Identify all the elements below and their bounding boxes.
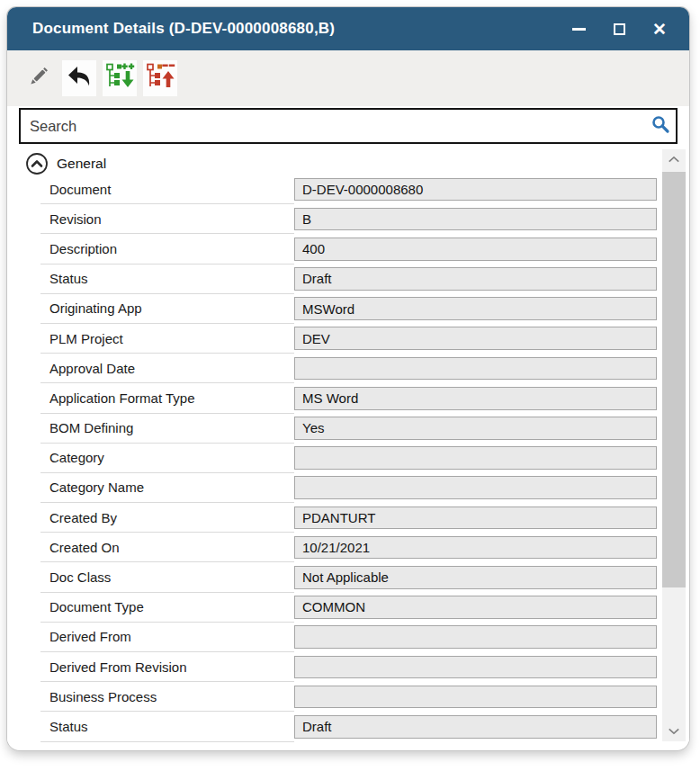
add-rows-button[interactable] xyxy=(103,60,137,96)
field-row: Application Format Type MS Word xyxy=(40,383,657,413)
window-title: Document Details (D-DEV-0000008680,B) xyxy=(32,20,570,38)
scroll-up-button[interactable] xyxy=(662,149,686,169)
maximize-icon xyxy=(614,23,625,35)
field-label: Category xyxy=(40,444,294,473)
maximize-button[interactable] xyxy=(611,21,627,37)
general-section-header: General xyxy=(25,152,106,175)
field-value: Draft xyxy=(294,715,657,739)
field-value: 10/21/2021 xyxy=(294,536,657,560)
field-label: Category Name xyxy=(40,473,294,503)
edit-button[interactable] xyxy=(22,60,56,96)
document-details-window: Document Details (D-DEV-0000008680,B) ✕ xyxy=(7,7,689,750)
field-row: Description 400 xyxy=(40,234,657,264)
close-button[interactable]: ✕ xyxy=(651,21,668,37)
field-row: PLM Project DEV xyxy=(40,324,657,354)
field-label: Revision xyxy=(40,204,294,234)
field-value: 400 xyxy=(294,238,657,261)
field-label: Created On xyxy=(40,533,294,562)
field-row: BOM Defining Yes xyxy=(40,414,657,444)
search-icon xyxy=(650,113,671,139)
field-value: Not Applicable xyxy=(294,566,657,589)
field-label: Derived From xyxy=(40,623,294,652)
collapse-section-button[interactable] xyxy=(25,152,49,175)
scroll-down-button[interactable] xyxy=(662,722,686,741)
field-label: Status xyxy=(40,712,294,741)
vertical-scrollbar[interactable] xyxy=(662,149,686,741)
search-input[interactable] xyxy=(21,118,645,135)
scrollbar-thumb[interactable] xyxy=(662,172,686,587)
field-label: Created By xyxy=(40,503,294,533)
minimize-button[interactable] xyxy=(570,21,587,37)
field-value xyxy=(294,625,657,649)
field-label: Doc Class xyxy=(40,562,294,592)
tree-plus-down-arrow-icon xyxy=(104,61,135,95)
pencil-icon xyxy=(25,63,52,94)
field-label: BOM Defining xyxy=(40,414,294,444)
field-row: Created By PDANTURT xyxy=(40,503,657,533)
chevron-down-icon xyxy=(668,728,680,735)
field-label: Document xyxy=(40,175,294,204)
field-label: Application Format Type xyxy=(40,383,294,413)
field-value xyxy=(294,476,657,499)
field-row: Document D-DEV-0000008680 xyxy=(40,175,657,204)
undo-button[interactable] xyxy=(62,60,96,96)
field-row: Created On 10/21/2021 xyxy=(40,533,657,562)
field-label: Derived From Revision xyxy=(40,652,294,682)
field-value: D-DEV-0000008680 xyxy=(294,178,657,202)
field-value: B xyxy=(294,208,657,231)
field-row: Derived From xyxy=(40,623,657,652)
field-value: PDANTURT xyxy=(294,507,657,530)
remove-rows-button[interactable] xyxy=(143,60,177,96)
field-label: Approval Date xyxy=(40,354,294,383)
field-row: Business Process xyxy=(40,682,657,712)
titlebar: Document Details (D-DEV-0000008680,B) ✕ xyxy=(7,7,689,50)
search-box xyxy=(19,108,678,144)
undo-arrow-icon xyxy=(65,62,94,94)
details-content: General Document D-DEV-0000008680 Revisi… xyxy=(7,148,689,749)
field-row: Derived From Revision xyxy=(40,652,657,682)
field-value: Yes xyxy=(294,417,657,440)
field-value: DEV xyxy=(294,327,657,350)
general-section-label: General xyxy=(57,156,106,172)
field-value xyxy=(294,656,657,679)
field-row: Originating App MSWord xyxy=(40,294,657,324)
field-row: Document Type COMMON xyxy=(40,593,657,623)
search-submit[interactable] xyxy=(645,113,676,139)
field-row: Doc Class Not Applicable xyxy=(40,562,657,592)
field-value xyxy=(294,446,657,470)
minimize-icon xyxy=(572,28,586,31)
field-label: Status xyxy=(40,264,294,294)
close-icon: ✕ xyxy=(652,21,667,38)
toolbar xyxy=(7,50,689,106)
field-row: Revision B xyxy=(40,204,657,234)
field-label: PLM Project xyxy=(40,324,294,354)
field-label: Originating App xyxy=(40,294,294,324)
field-value: COMMON xyxy=(294,596,657,619)
field-value xyxy=(294,686,657,709)
chevron-up-icon xyxy=(668,156,680,163)
field-row: Status Draft xyxy=(40,712,657,741)
field-value: MS Word xyxy=(294,387,657,410)
field-row: Approval Date xyxy=(40,354,657,383)
field-row: Category xyxy=(40,444,657,473)
tree-minus-up-arrow-icon xyxy=(145,61,175,95)
field-label: Description xyxy=(40,234,294,264)
search-area xyxy=(7,106,689,148)
field-value: MSWord xyxy=(294,297,657,320)
field-row: Status Draft xyxy=(40,264,657,294)
field-value: Draft xyxy=(294,267,657,291)
field-value xyxy=(294,357,657,381)
field-row: Category Name xyxy=(40,473,657,503)
window-controls: ✕ xyxy=(570,21,668,37)
fields-list: Document D-DEV-0000008680 Revision B Des… xyxy=(40,175,657,742)
field-label: Document Type xyxy=(40,593,294,623)
chevron-up-circle-icon xyxy=(25,152,49,175)
field-label: Business Process xyxy=(40,682,294,712)
